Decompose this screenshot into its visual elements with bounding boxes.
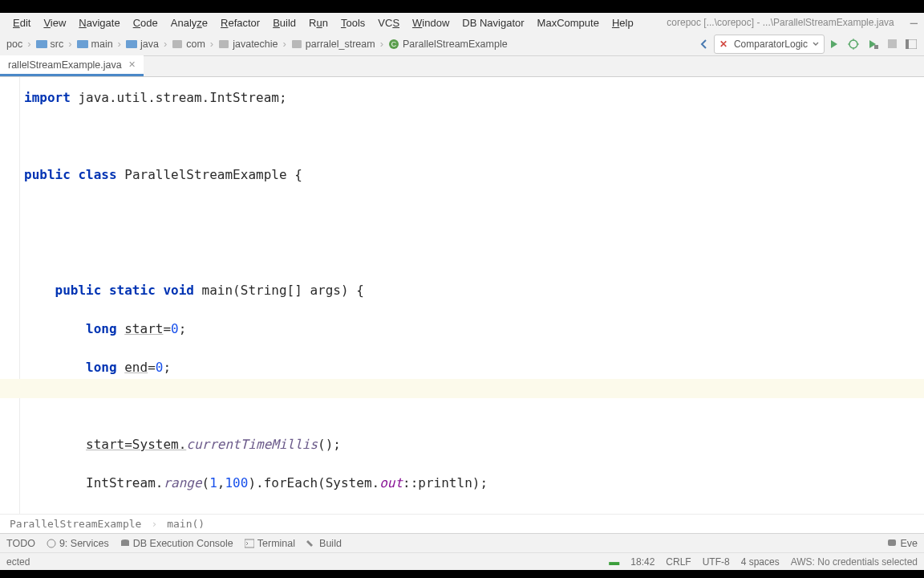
hammer-icon xyxy=(306,539,316,548)
code-editor[interactable]: import java.util.stream.IntStream; publi… xyxy=(0,77,924,533)
chevron-right-icon: › xyxy=(162,38,168,50)
chevron-right-icon: › xyxy=(116,38,123,50)
menu-help[interactable]: Help xyxy=(606,15,640,31)
pass-icon: ▬ xyxy=(609,556,619,568)
terminal-icon xyxy=(245,539,254,548)
chevron-right-icon: › xyxy=(379,38,385,50)
folder-icon xyxy=(36,39,47,49)
menu-navigate[interactable]: Navigate xyxy=(72,15,126,31)
run-coverage-button[interactable] xyxy=(863,35,882,54)
toolwin-dbexec[interactable]: DB Execution Console xyxy=(120,538,233,549)
line-sep[interactable]: CRLF xyxy=(666,556,691,568)
menu-dbnav[interactable]: DB Navigator xyxy=(456,15,530,31)
crumb-project[interactable]: poc xyxy=(3,39,26,50)
crumb-java[interactable]: java xyxy=(123,39,162,50)
run-button[interactable] xyxy=(825,35,844,54)
chevron-right-icon: › xyxy=(26,38,32,50)
layout-button[interactable] xyxy=(902,35,921,54)
debug-button[interactable] xyxy=(844,35,863,54)
chevron-down-icon xyxy=(813,42,819,47)
svg-rect-13 xyxy=(874,45,878,49)
menu-view[interactable]: View xyxy=(37,15,72,31)
editor-crumb-method[interactable]: main() xyxy=(167,515,205,534)
svg-rect-3 xyxy=(172,40,182,48)
folder-icon xyxy=(77,39,88,49)
svg-point-17 xyxy=(47,539,55,547)
file-tab-label: rallelStreamExample.java xyxy=(8,59,122,71)
svg-rect-16 xyxy=(906,39,909,49)
menu-maxcompute[interactable]: MaxCompute xyxy=(531,15,606,31)
package-icon xyxy=(291,39,302,49)
toolwin-terminal[interactable]: Terminal xyxy=(245,538,295,549)
svg-rect-14 xyxy=(888,39,897,48)
svg-rect-0 xyxy=(36,40,47,48)
svg-point-8 xyxy=(849,40,857,48)
svg-rect-20 xyxy=(245,539,254,547)
menu-build[interactable]: Build xyxy=(266,15,302,31)
code-content: import java.util.stream.IntStream; publi… xyxy=(24,88,924,533)
window-title: corepoc [...\corepoc] - ...\ParallelStre… xyxy=(667,17,894,28)
run-config-label: ComparatorLogic xyxy=(734,39,808,50)
svg-rect-4 xyxy=(219,40,229,48)
menu-code[interactable]: Code xyxy=(127,15,164,31)
svg-text:C: C xyxy=(391,40,397,48)
svg-rect-1 xyxy=(77,40,88,48)
back-icon[interactable] xyxy=(695,35,714,54)
stop-button[interactable] xyxy=(882,35,902,54)
minimize-button[interactable]: ─ xyxy=(910,17,918,29)
toolwin-todo[interactable]: TODO xyxy=(6,538,35,549)
menu-run[interactable]: Run xyxy=(302,15,334,31)
menu-window[interactable]: Window xyxy=(406,15,456,31)
file-tab[interactable]: rallelStreamExample.java ✕ xyxy=(0,55,144,76)
balloon-icon xyxy=(887,539,897,548)
database-icon xyxy=(120,539,130,548)
toolwin-services[interactable]: 9: Services xyxy=(47,538,109,549)
folder-icon xyxy=(126,39,137,49)
chevron-right-icon: › xyxy=(67,38,73,50)
svg-rect-5 xyxy=(292,40,302,48)
menu-analyze[interactable]: Analyze xyxy=(164,15,214,31)
toolwin-eventlog[interactable]: Eve xyxy=(887,538,918,549)
services-icon xyxy=(47,539,56,548)
crumb-javatechie[interactable]: javatechie xyxy=(215,39,281,50)
chevron-right-icon: › xyxy=(151,515,157,534)
encoding[interactable]: UTF-8 xyxy=(703,556,730,568)
indent[interactable]: 4 spaces xyxy=(741,556,780,568)
aws-status[interactable]: AWS: No credentials selected xyxy=(791,556,918,568)
crumb-com[interactable]: com xyxy=(168,39,209,50)
caret-position[interactable]: 18:42 xyxy=(630,556,654,568)
menu-vcs[interactable]: VCS xyxy=(371,15,406,31)
crumb-package[interactable]: parralel_stream xyxy=(288,39,379,50)
close-tab-icon[interactable]: ✕ xyxy=(128,59,136,70)
editor-crumb-class[interactable]: ParallelStreamExample xyxy=(10,515,141,534)
svg-rect-2 xyxy=(126,40,137,48)
crumb-main[interactable]: main xyxy=(74,39,116,50)
package-icon xyxy=(218,39,229,49)
status-left: ected xyxy=(6,556,30,568)
run-config-dropdown[interactable]: ✕ ComparatorLogic xyxy=(714,35,825,54)
chevron-right-icon: › xyxy=(209,38,215,50)
svg-rect-19 xyxy=(121,541,129,546)
close-icon: ✕ xyxy=(719,39,727,50)
menu-edit[interactable]: Edit xyxy=(6,15,37,31)
crumb-class[interactable]: CParallelStreamExample xyxy=(385,39,511,50)
toolwin-build[interactable]: Build xyxy=(306,538,342,549)
crumb-src[interactable]: src xyxy=(33,39,67,50)
package-icon xyxy=(172,39,183,49)
class-icon: C xyxy=(388,39,399,50)
menu-refactor[interactable]: Refactor xyxy=(214,15,266,31)
svg-rect-21 xyxy=(888,539,896,546)
menu-tools[interactable]: Tools xyxy=(334,15,371,31)
chevron-right-icon: › xyxy=(282,38,288,50)
